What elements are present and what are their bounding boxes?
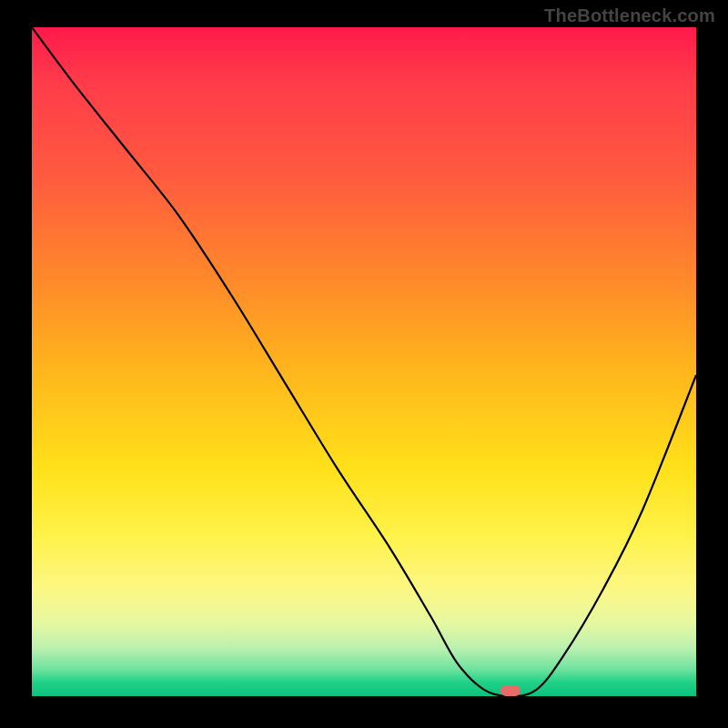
chart-frame: TheBottleneck.com — [0, 0, 728, 728]
curve-svg — [32, 27, 696, 696]
plot-area — [32, 27, 696, 696]
bottleneck-curve — [32, 27, 696, 696]
optimal-marker — [500, 685, 521, 696]
watermark-text: TheBottleneck.com — [544, 5, 715, 26]
